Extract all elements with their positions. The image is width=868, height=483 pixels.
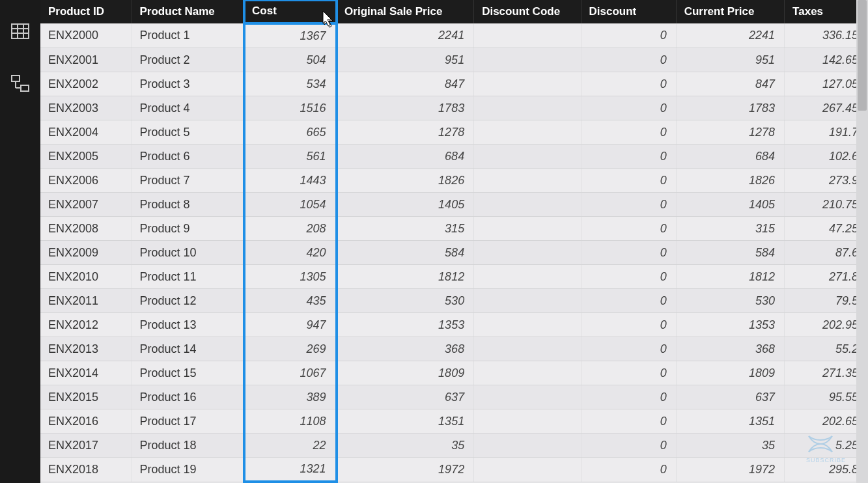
cell-cost[interactable]: 1305 xyxy=(244,265,337,289)
table-row[interactable]: ENX2007Product 81054140501405210.75 xyxy=(40,193,868,217)
cell-taxes[interactable]: 87.6 xyxy=(785,241,868,265)
scrollbar-thumb[interactable] xyxy=(858,0,867,111)
cell-original_sale_price[interactable]: 951 xyxy=(337,48,474,72)
table-row[interactable]: ENX2009Product 10420584058487.6 xyxy=(40,241,868,265)
cell-cost[interactable]: 534 xyxy=(244,72,337,96)
cell-cost[interactable]: 1054 xyxy=(244,193,337,217)
cell-taxes[interactable]: 47.25 xyxy=(785,217,868,241)
cell-discount[interactable]: 0 xyxy=(581,289,676,313)
cell-cost[interactable]: 947 xyxy=(244,313,337,337)
cell-product_id[interactable]: ENX2007 xyxy=(40,193,132,217)
cell-original_sale_price[interactable]: 684 xyxy=(337,145,474,169)
cell-product_name[interactable]: Product 5 xyxy=(132,120,244,145)
cell-current_price[interactable]: 530 xyxy=(676,289,784,313)
cell-original_sale_price[interactable]: 35 xyxy=(337,434,474,458)
cell-current_price[interactable]: 684 xyxy=(676,145,784,169)
cell-taxes[interactable]: 202.95 xyxy=(785,313,868,337)
cell-discount[interactable]: 0 xyxy=(581,241,676,265)
cell-current_price[interactable]: 847 xyxy=(676,72,784,96)
table-row[interactable]: ENX2016Product 171108135101351202.65 xyxy=(40,409,868,434)
cell-product_id[interactable]: ENX2006 xyxy=(40,169,132,193)
cell-product_id[interactable]: ENX2001 xyxy=(40,48,132,72)
cell-original_sale_price[interactable]: 1812 xyxy=(337,265,474,289)
column-header-discount[interactable]: Discount xyxy=(581,0,676,23)
cell-original_sale_price[interactable]: 584 xyxy=(337,241,474,265)
cell-cost[interactable]: 389 xyxy=(244,385,337,409)
cell-discount_code[interactable] xyxy=(474,23,581,48)
cell-product_name[interactable]: Product 16 xyxy=(132,385,244,409)
cell-current_price[interactable]: 1278 xyxy=(676,120,784,145)
cell-discount_code[interactable] xyxy=(474,313,581,337)
cell-taxes[interactable]: 336.15 xyxy=(785,23,868,48)
cell-discount_code[interactable] xyxy=(474,289,581,313)
cell-current_price[interactable]: 637 xyxy=(676,385,784,409)
cell-discount_code[interactable] xyxy=(474,434,581,458)
cell-discount_code[interactable] xyxy=(474,385,581,409)
cell-current_price[interactable]: 1826 xyxy=(676,169,784,193)
column-header-current_price[interactable]: Current Price xyxy=(676,0,784,23)
cell-taxes[interactable]: 95.55 xyxy=(785,385,868,409)
cell-discount_code[interactable] xyxy=(474,265,581,289)
cell-discount[interactable]: 0 xyxy=(581,193,676,217)
table-row[interactable]: ENX2010Product 111305181201812271.8 xyxy=(40,265,868,289)
cell-discount[interactable]: 0 xyxy=(581,120,676,145)
cell-cost[interactable]: 1367 xyxy=(244,23,337,48)
cell-discount[interactable]: 0 xyxy=(581,385,676,409)
cell-original_sale_price[interactable]: 368 xyxy=(337,337,474,361)
cell-discount[interactable]: 0 xyxy=(581,337,676,361)
cell-discount_code[interactable] xyxy=(474,48,581,72)
cell-taxes[interactable]: 142.65 xyxy=(785,48,868,72)
cell-product_name[interactable]: Product 9 xyxy=(132,217,244,241)
cell-discount_code[interactable] xyxy=(474,72,581,96)
table-row[interactable]: ENX2017Product 1822350355.25 xyxy=(40,434,868,458)
cell-product_name[interactable]: Product 17 xyxy=(132,409,244,434)
cell-discount_code[interactable] xyxy=(474,361,581,385)
cell-current_price[interactable]: 1812 xyxy=(676,265,784,289)
cell-cost[interactable]: 269 xyxy=(244,337,337,361)
cell-product_name[interactable]: Product 4 xyxy=(132,96,244,120)
table-row[interactable]: ENX2001Product 25049510951142.65 xyxy=(40,48,868,72)
cell-product_id[interactable]: ENX2005 xyxy=(40,145,132,169)
cell-product_id[interactable]: ENX2010 xyxy=(40,265,132,289)
cell-current_price[interactable]: 35 xyxy=(676,434,784,458)
cell-product_name[interactable]: Product 11 xyxy=(132,265,244,289)
cell-product_id[interactable]: ENX2013 xyxy=(40,337,132,361)
cell-discount_code[interactable] xyxy=(474,145,581,169)
cell-product_name[interactable]: Product 10 xyxy=(132,241,244,265)
cell-product_name[interactable]: Product 7 xyxy=(132,169,244,193)
cell-discount_code[interactable] xyxy=(474,409,581,434)
cell-current_price[interactable]: 315 xyxy=(676,217,784,241)
vertical-scrollbar[interactable] xyxy=(856,0,868,483)
cell-product_id[interactable]: ENX2000 xyxy=(40,23,132,48)
cell-discount_code[interactable] xyxy=(474,217,581,241)
cell-product_id[interactable]: ENX2011 xyxy=(40,289,132,313)
cell-taxes[interactable]: 5.25 xyxy=(785,434,868,458)
cell-discount[interactable]: 0 xyxy=(581,48,676,72)
column-header-product_id[interactable]: Product ID xyxy=(40,0,132,23)
cell-product_id[interactable]: ENX2008 xyxy=(40,217,132,241)
cell-discount_code[interactable] xyxy=(474,458,581,482)
cell-cost[interactable]: 1108 xyxy=(244,409,337,434)
table-row[interactable]: ENX2000Product 11367224102241336.15 xyxy=(40,23,868,48)
cell-discount_code[interactable] xyxy=(474,241,581,265)
cell-original_sale_price[interactable]: 1972 xyxy=(337,458,474,482)
cell-product_id[interactable]: ENX2012 xyxy=(40,313,132,337)
model-view-button[interactable] xyxy=(7,70,33,96)
cell-original_sale_price[interactable]: 1826 xyxy=(337,169,474,193)
cell-current_price[interactable]: 1809 xyxy=(676,361,784,385)
cell-discount[interactable]: 0 xyxy=(581,145,676,169)
table-row[interactable]: ENX2004Product 5665127801278191.7 xyxy=(40,120,868,145)
cell-product_name[interactable]: Product 8 xyxy=(132,193,244,217)
cell-taxes[interactable]: 295.8 xyxy=(785,458,868,482)
cell-original_sale_price[interactable]: 530 xyxy=(337,289,474,313)
cell-discount_code[interactable] xyxy=(474,337,581,361)
cell-discount_code[interactable] xyxy=(474,193,581,217)
cell-cost[interactable]: 1067 xyxy=(244,361,337,385)
cell-product_name[interactable]: Product 13 xyxy=(132,313,244,337)
cell-taxes[interactable]: 79.5 xyxy=(785,289,868,313)
cell-discount_code[interactable] xyxy=(474,169,581,193)
table-row[interactable]: ENX2002Product 35348470847127.05 xyxy=(40,72,868,96)
cell-product_name[interactable]: Product 18 xyxy=(132,434,244,458)
cell-taxes[interactable]: 202.65 xyxy=(785,409,868,434)
cell-current_price[interactable]: 1405 xyxy=(676,193,784,217)
